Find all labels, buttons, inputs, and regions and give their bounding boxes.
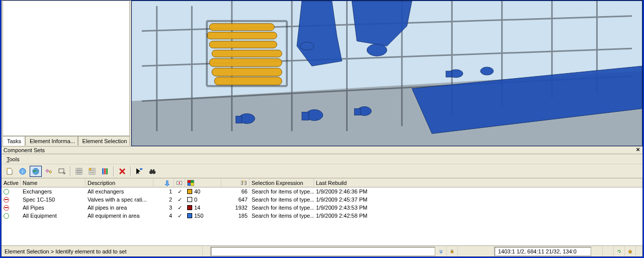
tab-tasks[interactable]: Tasks [3,136,25,146]
status-refresh-icon[interactable] [614,246,625,256]
side-panel-content [3,1,130,136]
status-spacer [458,246,494,256]
col-color[interactable] [185,178,221,187]
panel-title: Component Sets [4,147,45,153]
cell-count: 185 [221,212,250,219]
cell-visible[interactable]: ✓ [174,204,185,212]
svg-rect-50 [80,172,82,174]
svg-rect-27 [302,112,309,120]
cell-name: Exchangers [21,188,86,195]
cell-name: All Pipes [21,204,86,211]
svg-rect-56 [89,168,91,170]
col-name[interactable]: Name [21,178,86,187]
svg-rect-73 [451,251,453,252]
table-row[interactable]: All PipesAll pipes in area3✓141932Search… [2,204,642,212]
cell-color[interactable]: 0 [185,196,221,203]
cell-order: 1 [153,188,174,195]
color-swatch [187,213,192,218]
color-swatch [187,197,192,202]
cell-expression: Search for items of type... [250,212,314,219]
status-lock-icon[interactable] [447,246,458,256]
cell-active[interactable] [2,197,21,203]
status-spacer [603,246,614,256]
cell-last-rebuild: 1/9/2009 2:46:36 PM [314,188,642,195]
grid-hilite-button[interactable] [86,166,98,177]
cell-order: 3 [153,204,174,211]
status-command-input[interactable] [211,247,435,256]
tab-element-selection[interactable]: Element Selection [78,136,130,146]
svg-rect-43 [78,168,80,170]
col-count[interactable] [221,178,250,187]
svg-rect-71 [188,183,191,185]
col-description[interactable]: Description [86,178,153,187]
cell-last-rebuild: 1/9/2009 2:42:58 PM [314,212,642,219]
cell-description: All exchangers [86,188,153,195]
svg-rect-44 [80,168,82,170]
svg-rect-70 [191,180,194,182]
new-set-button[interactable] [4,166,16,177]
svg-rect-72 [191,183,194,185]
col-active[interactable]: Active [2,178,21,187]
svg-rect-18 [212,50,282,57]
svg-rect-29 [354,109,360,115]
status-snap-icon[interactable] [436,246,447,256]
toolbar-separator [113,166,114,176]
binoculars-button[interactable] [146,166,158,177]
svg-rect-46 [78,170,80,172]
cell-color[interactable]: 150 [185,212,221,219]
panel-title-bar: Component Sets × [2,146,642,154]
cell-last-rebuild: 1/9/2009 2:43:53 PM [314,204,642,211]
cell-count: 1932 [221,204,250,211]
status-bar: Element Selection > Identify element to … [2,245,642,256]
cell-active[interactable] [2,188,21,195]
status-home-icon[interactable] [625,246,636,256]
circle-icon [4,213,9,219]
table-row[interactable]: ExchangersAll exchangers1✓4066Search for… [2,187,642,196]
col-visible[interactable] [174,178,185,187]
col-selection-expression[interactable]: Selection Expression [250,178,314,187]
info-button[interactable]: i [17,166,29,177]
box-arrow-button[interactable] [56,166,68,177]
minus-circle-icon [4,205,9,211]
svg-rect-20 [212,68,282,76]
cell-color[interactable]: 40 [185,188,221,195]
col-draworder[interactable] [153,178,174,187]
globe-button[interactable] [30,166,42,177]
col-last-rebuild[interactable]: Last Rebuild [314,178,642,187]
cell-expression: Search for items of type... [250,188,314,195]
mesh-button[interactable] [73,166,85,177]
svg-rect-49 [78,172,80,174]
cell-order: 2 [153,196,174,203]
color-swatch [187,205,192,210]
cell-visible[interactable]: ✓ [174,188,185,196]
svg-rect-57 [102,168,104,174]
cell-expression: Search for items of type... [250,196,314,203]
status-prompt: Element Selection > Identify element to … [2,246,203,256]
table-row[interactable]: Spec 1C-150Valves with a spec rati...2✓0… [2,196,642,204]
cell-active[interactable] [2,205,21,211]
cell-expression: Search for items of type... [250,204,314,211]
status-spacer [636,246,642,256]
toolbar: i [2,164,642,178]
svg-text:i: i [22,169,24,174]
check-icon: ✓ [178,197,182,203]
cell-visible[interactable]: ✓ [174,212,185,220]
svg-rect-15 [209,24,274,31]
delete-button[interactable] [116,166,128,177]
svg-rect-58 [104,168,106,174]
cell-color[interactable]: 14 [185,204,221,211]
svg-rect-69 [188,180,191,182]
viewport-3d[interactable] [131,1,642,146]
cell-visible[interactable]: ✓ [174,196,185,204]
table-row[interactable]: All EquipmentAll equipment in area4✓1501… [2,212,642,220]
svg-rect-31 [446,71,452,77]
panel-close-button[interactable]: × [634,147,641,154]
tab-element-info[interactable]: Element Informa... [25,136,78,146]
diamonds-button[interactable] [43,166,55,177]
cursor-flag-button[interactable] [133,166,145,177]
svg-rect-65 [151,170,153,171]
menu-bar: Tools [2,154,642,164]
cell-active[interactable] [2,213,21,219]
menu-tools[interactable]: Tools [5,155,22,163]
columns-button[interactable] [99,166,111,177]
